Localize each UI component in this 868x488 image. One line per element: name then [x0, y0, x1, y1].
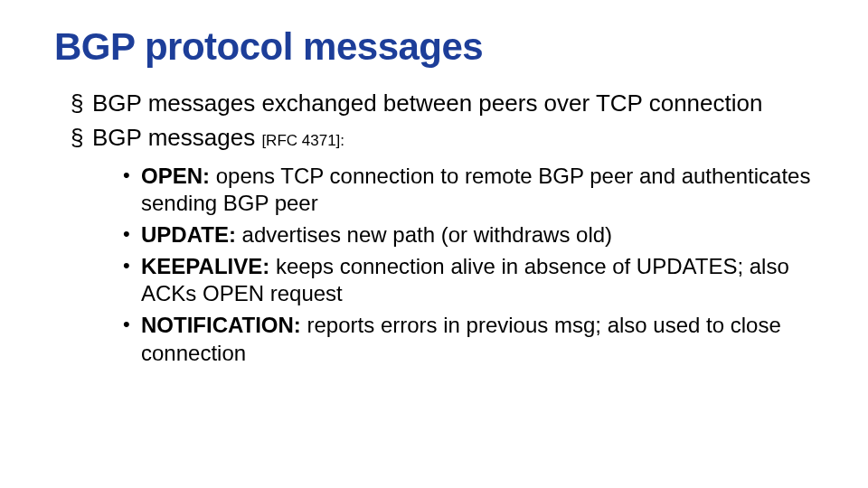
- bullet-item-messages-prefix: BGP messages: [92, 124, 261, 151]
- rfc-reference: [RFC 4371]:: [261, 132, 344, 149]
- msg-notification: NOTIFICATION: reports errors in previous…: [121, 312, 814, 367]
- msg-notification-name: NOTIFICATION:: [141, 313, 301, 337]
- bullet-list-level2: OPEN: opens TCP connection to remote BGP…: [92, 163, 814, 368]
- msg-keepalive: KEEPALIVE: keeps connection alive in abs…: [121, 253, 814, 308]
- msg-open-desc: opens TCP connection to remote BGP peer …: [141, 164, 810, 216]
- msg-open-name: OPEN:: [141, 164, 210, 188]
- bullet-item-exchange: BGP messages exchanged between peers ove…: [76, 89, 814, 119]
- bullet-item-messages: BGP messages [RFC 4371]: OPEN: opens TCP…: [76, 123, 814, 368]
- msg-update-name: UPDATE:: [141, 222, 236, 247]
- slide-title: BGP protocol messages: [54, 25, 814, 69]
- bullet-list-level1: BGP messages exchanged between peers ove…: [54, 89, 814, 368]
- msg-open: OPEN: opens TCP connection to remote BGP…: [121, 163, 814, 218]
- slide-container: BGP protocol messages BGP messages excha…: [0, 0, 868, 368]
- msg-keepalive-name: KEEPALIVE:: [141, 254, 269, 278]
- msg-update-desc: advertises new path (or withdraws old): [236, 222, 612, 247]
- msg-update: UPDATE: advertises new path (or withdraw…: [121, 221, 814, 249]
